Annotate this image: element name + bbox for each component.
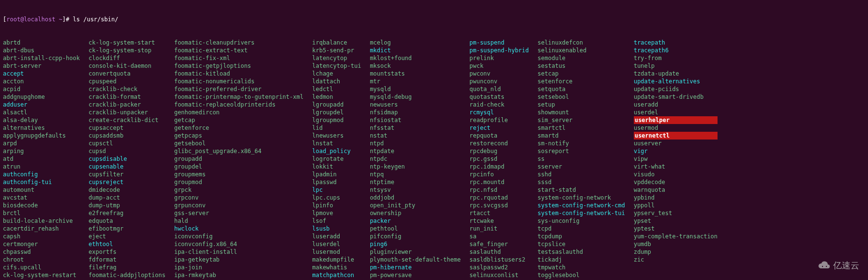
file-entry: eject xyxy=(89,233,165,240)
file-entry: accton xyxy=(3,78,80,85)
file-entry: sys-unconfig xyxy=(538,217,625,225)
file-entry: nfsstat xyxy=(370,124,461,132)
file-entry: sim_server xyxy=(538,116,625,124)
file-entry: foomatic-getpjloptions xyxy=(174,62,303,70)
file-entry: vigr xyxy=(634,147,718,155)
file-entry: authconfig-tui xyxy=(3,178,80,186)
file-entry: mklost+found xyxy=(370,54,461,62)
file-entry: lpc.cups xyxy=(312,194,361,202)
file-entry: sosreport xyxy=(538,147,625,155)
file-entry: lusermod xyxy=(312,248,361,256)
file-entry: ck-log-system-start xyxy=(89,39,165,47)
file-entry: pwconv xyxy=(469,70,529,78)
file-entry: matchpathcon xyxy=(312,271,361,279)
terminal-output[interactable]: [root@localhost ~]# ls /usr/sbin/ abrtda… xyxy=(0,0,868,280)
file-entry: ypserv_test xyxy=(634,209,718,217)
file-entry: try-from xyxy=(634,54,718,62)
file-entry: setup xyxy=(538,101,625,109)
file-entry: setenforce xyxy=(538,78,625,85)
file-entry: togglesebool xyxy=(538,271,625,279)
file-entry: grpconv xyxy=(174,194,303,202)
file-entry: iconvconfig xyxy=(174,233,303,240)
file-entry: load_policy xyxy=(312,147,361,155)
file-entry: addgnupghome xyxy=(3,93,80,101)
file-entry: yumdb xyxy=(634,240,718,248)
file-entry: ipa-getkeytab xyxy=(174,256,303,264)
file-entry: foomatic-cleanupdrivers xyxy=(174,39,303,47)
file-entry: mcelog xyxy=(370,39,461,47)
file-entry: rcmysql xyxy=(469,109,529,116)
file-entry: nfsiostat xyxy=(370,116,461,124)
file-entry: lchage xyxy=(312,70,361,78)
file-entry: capsh xyxy=(3,233,80,240)
file-entry: makewhatis xyxy=(312,264,361,271)
file-entry: warnquota xyxy=(634,186,718,194)
file-entry: mksock xyxy=(370,62,461,70)
file-entry: rpcinfo xyxy=(469,171,529,178)
file-entry: sshd xyxy=(538,171,625,178)
file-entry: showmount xyxy=(538,109,625,116)
file-entry: system-config-network-tui xyxy=(538,209,625,217)
ls-column: foomatic-cleanupdriversfoomatic-extract-… xyxy=(174,39,312,279)
file-entry: avcstat xyxy=(3,194,80,202)
file-entry: accept xyxy=(3,70,80,78)
file-entry: saslauthd xyxy=(469,248,529,256)
file-entry: genhomedircon xyxy=(174,109,303,116)
file-entry: foomatic-printermap-to-gutenprint-xml xyxy=(174,93,303,101)
file-entry: ledctl xyxy=(312,85,361,93)
file-entry: update-alternatives xyxy=(634,78,718,85)
file-entry: lpasswd xyxy=(312,178,361,186)
file-entry: userhelper xyxy=(634,116,718,124)
file-entry: foomatic-fix-xml xyxy=(174,54,303,62)
ls-column: pm-suspendpm-suspend-hybridprelinkpwckpw… xyxy=(469,39,538,279)
file-entry: reject xyxy=(469,124,529,132)
file-entry: system-config-network xyxy=(538,194,625,202)
file-entry: restorecond xyxy=(469,140,529,147)
file-entry: ownership xyxy=(370,209,461,217)
file-entry: pm-suspend-hybrid xyxy=(469,47,529,54)
file-entry: pm-suspend xyxy=(469,39,529,47)
file-entry: groupadd xyxy=(174,155,303,163)
file-entry: tzdata-update xyxy=(634,70,718,78)
file-entry: lpinfo xyxy=(312,202,361,209)
file-entry: luserdel xyxy=(312,240,361,248)
file-entry: mysqld-debug xyxy=(370,93,461,101)
file-entry: lgroupadd xyxy=(312,101,361,109)
prompt-user-host: root@localhost ~ xyxy=(6,16,62,23)
file-entry: vpddecode xyxy=(634,178,718,186)
file-entry: yppoll xyxy=(634,202,718,209)
file-entry: alsa-delay xyxy=(3,116,80,124)
file-entry: dmidecode xyxy=(89,186,165,194)
ls-column: ck-log-system-startck-log-system-stopclo… xyxy=(89,39,174,279)
file-entry: nfsidmap xyxy=(370,109,461,116)
file-entry: vipw xyxy=(634,155,718,163)
file-entry: selinuxdefcon xyxy=(538,39,625,47)
command-text: ls /usr/sbin/ xyxy=(73,16,119,23)
ls-columns: abrtdabrt-dbusabrt-install-ccpp-hookabrt… xyxy=(3,39,865,279)
file-entry: userdel xyxy=(634,109,718,116)
file-entry: run_init xyxy=(469,225,529,233)
file-entry: yum-complete-transaction xyxy=(634,233,718,240)
file-entry: tcpdump xyxy=(538,233,625,240)
file-entry: rtcwake xyxy=(469,217,529,225)
file-entry: tickadj xyxy=(538,256,625,264)
file-entry: tmpwatch xyxy=(538,264,625,271)
file-entry: setquota xyxy=(538,85,625,93)
file-entry: ntpdate xyxy=(370,147,461,155)
file-entry: foomatic-nonumericalids xyxy=(174,78,303,85)
file-entry: update-pciids xyxy=(634,85,718,93)
file-entry: rpc.rquotad xyxy=(469,194,529,202)
file-entry: oddjobd xyxy=(370,194,461,202)
file-entry: lpmove xyxy=(312,209,361,217)
file-entry: chpasswd xyxy=(3,248,80,256)
file-entry: efibootmgr xyxy=(89,225,165,233)
file-entry: atrun xyxy=(3,163,80,171)
file-entry: rtacct xyxy=(469,209,529,217)
file-entry: lid xyxy=(312,124,361,132)
file-entry: ledmon xyxy=(312,93,361,101)
file-entry: makedumpfile xyxy=(312,256,361,264)
file-entry: groupmod xyxy=(174,178,303,186)
file-entry: hald xyxy=(174,217,303,225)
file-entry: ntptime xyxy=(370,178,461,186)
file-entry: exportfs xyxy=(89,248,165,256)
